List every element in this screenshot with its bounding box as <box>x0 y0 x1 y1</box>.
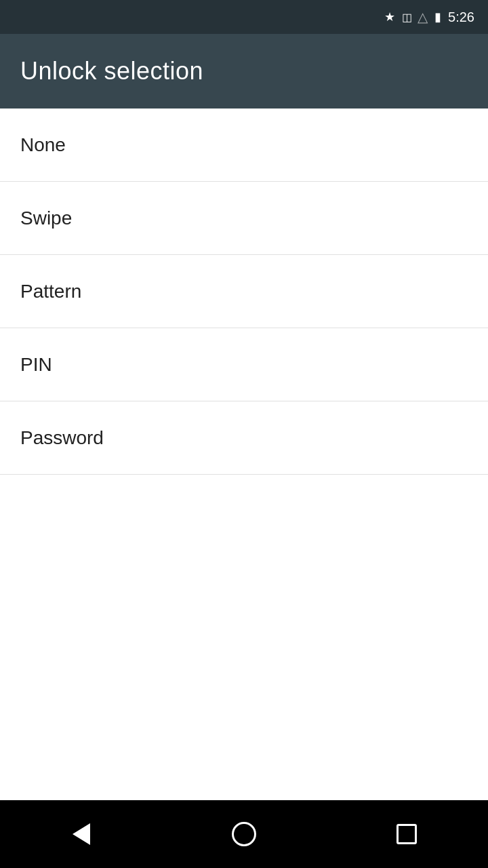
recents-icon <box>396 824 417 844</box>
list-container: None Swipe Pattern PIN Password <box>0 108 488 800</box>
battery-icon: ▮ <box>434 9 441 24</box>
home-button[interactable] <box>217 814 271 854</box>
status-bar: ◫ △ ▮ 5:26 <box>0 0 488 34</box>
back-icon <box>73 823 90 845</box>
star-icon <box>384 9 395 24</box>
nav-bar <box>0 800 488 868</box>
recents-button[interactable] <box>380 814 434 854</box>
back-button[interactable] <box>54 814 108 854</box>
list-item-pin[interactable]: PIN <box>0 328 488 401</box>
list-item-password[interactable]: Password <box>0 401 488 475</box>
list-item-pin-label: PIN <box>20 354 52 376</box>
list-item-password-label: Password <box>20 427 104 449</box>
list-item-pattern-label: Pattern <box>20 281 81 302</box>
list-item-swipe-label: Swipe <box>20 208 72 229</box>
list-item-pattern[interactable]: Pattern <box>0 255 488 328</box>
list-item-none[interactable]: None <box>0 108 488 182</box>
signal-icon: △ <box>418 9 428 25</box>
status-icons: ◫ △ ▮ 5:26 <box>384 9 474 25</box>
list-item-swipe[interactable]: Swipe <box>0 182 488 255</box>
app-bar: Unlock selection <box>0 34 488 108</box>
list-item-none-label: None <box>20 134 66 156</box>
vibrate-icon: ◫ <box>402 11 411 24</box>
status-time: 5:26 <box>448 9 474 25</box>
page-title: Unlock selection <box>20 57 203 85</box>
list-spacer <box>0 475 488 800</box>
home-icon <box>232 822 256 846</box>
